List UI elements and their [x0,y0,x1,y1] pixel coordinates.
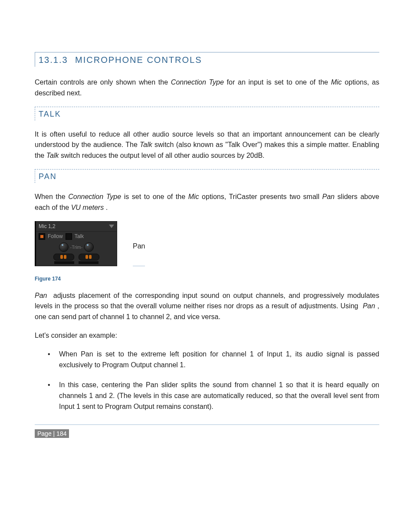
text: adjusts placement of the corresponding i… [35,292,381,310]
trim-label: -Trim- [70,245,83,250]
subsection-title: TALK [39,110,61,118]
document-page: 13.1.3 MICROPHONE CONTROLS Certain contr… [0,0,414,532]
text-italic: Pan [81,350,93,358]
vu-meter-stub [39,261,113,264]
slider-thumb[interactable] [64,255,66,259]
figure-side-label: Pan [133,242,145,250]
mic-options-row: Follow Talk [36,232,117,242]
text-italic: Pan [363,302,375,310]
talk-label: Talk [75,233,84,239]
text-italic: Program Output [102,361,152,369]
text: When the [35,193,68,200]
text-italic: channel 1 of Input 1, [222,350,292,358]
text: switch reduces the output level of all o… [61,152,265,159]
example-lead: Let's consider an example: [35,330,379,341]
section-number: 13.1.3 [39,55,68,65]
trim-knob-left[interactable] [59,242,69,252]
text-italic: Talk [46,152,59,159]
figure-caption: Figure 174 [35,276,379,282]
text: for an input is set to one of the [227,78,331,86]
text-italic: Connection Type [171,78,224,86]
subsection-heading-block: PAN [35,169,379,183]
text: is set to the extreme left position for [97,350,222,358]
talk-checkbox[interactable] [66,233,72,240]
mic-panel-titlebar: Mic 1,2 [36,222,117,232]
follow-label: Follow [48,233,63,239]
dropdown-triangle-icon[interactable] [109,225,114,228]
footer-rule [35,424,379,425]
pan-explain-paragraph: Pan adjusts placement of the correspondi… [35,290,379,323]
text-italic: VU meters [71,204,104,211]
mic-panel: Mic 1,2 Follow Talk -Trim- [35,221,117,266]
text-italic: Talk [140,141,152,148]
section-title-text: MICROPHONE CONTROLS [75,55,202,65]
slider-thumb[interactable] [60,255,63,259]
checkbox-checked-icon [40,235,43,238]
text-italic: Connection Type [68,193,121,200]
subsection-title: PAN [39,172,57,181]
text: is set to one of the [124,193,188,200]
text: channel 1. [154,361,186,369]
trim-knob-right[interactable] [84,242,94,252]
list-item: In this case, centering the Pan slider s… [35,380,379,412]
text: When [59,350,81,358]
text: In this case, centering the [59,381,146,388]
bullet-list: When Pan is set to the extreme left posi… [35,349,379,412]
page-number-badge: Page | 184 [35,429,69,438]
text: options, TriCaster presents two small [202,193,322,200]
intro-paragraph: Certain controls are only shown when the… [35,77,379,99]
slider-thumb[interactable] [89,255,92,259]
trim-row: -Trim- [36,242,117,254]
text-italic: Mic [331,78,342,86]
mic-panel-title: Mic 1,2 [39,223,56,229]
figure-side-label-region: Pan [133,242,145,266]
slider-thumb[interactable] [85,255,88,259]
pan-slider-right[interactable] [79,254,99,261]
text-italic: Pan [35,292,47,299]
text-italic: Pan [322,193,335,200]
list-item: When Pan is set to the extreme left posi… [35,349,379,371]
talk-paragraph: It is often useful to reduce all other a… [35,129,379,161]
follow-checkbox[interactable] [39,233,45,240]
section-heading-block: 13.1.3 MICROPHONE CONTROLS [35,52,379,67]
pan-slider-row [36,254,117,261]
text-italic: Mic [188,193,199,200]
text: . [106,204,108,211]
text: remains constant). [156,403,214,410]
text-italic: Pan [146,381,158,388]
subsection-heading-block: TALK [35,107,379,121]
text: Certain controls are only shown when the [35,78,171,86]
section-title [70,55,73,65]
text-italic: Program Output [105,403,154,410]
pan-intro-paragraph: When the Connection Type is set to one o… [35,192,379,213]
figure-row: Mic 1,2 Follow Talk -Trim- [35,221,379,266]
pan-slider-left[interactable] [53,254,74,261]
text: sent to [82,403,105,410]
text-italic: Input 1 [59,403,80,410]
